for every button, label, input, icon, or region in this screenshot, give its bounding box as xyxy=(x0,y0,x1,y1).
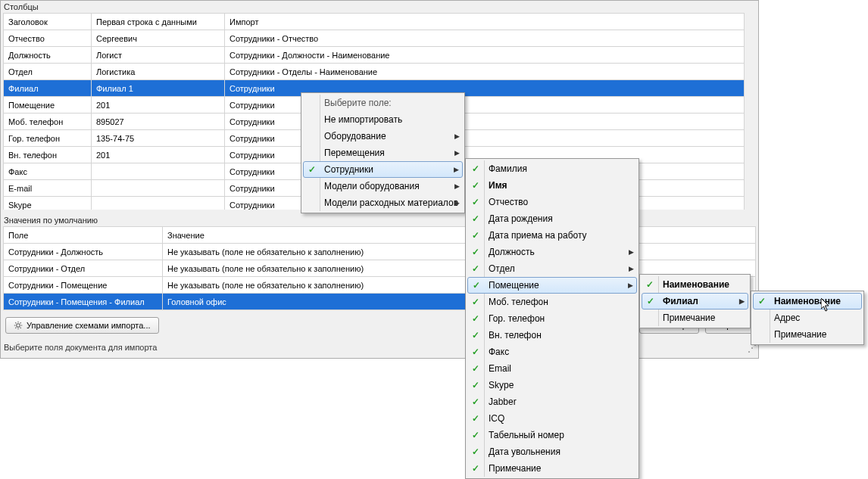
menu-item-label: Адрес xyxy=(774,313,800,323)
menu-item[interactable]: Примечание xyxy=(642,309,748,326)
menu-item-label: Факс xyxy=(489,347,509,357)
menu-item-label: Сотрудники xyxy=(324,164,373,175)
submenu-arrow-icon: ▶ xyxy=(629,248,634,256)
menu-item[interactable]: ✓Имя xyxy=(467,177,637,194)
menu-item-label: Примечание xyxy=(774,329,826,340)
menu-item-label: Фамилия xyxy=(489,163,527,174)
svg-line-5 xyxy=(15,322,16,323)
menu-item[interactable]: ✓Отдел▶ xyxy=(467,260,637,277)
table-cell[interactable]: Сотрудники - Отделы - Наименование xyxy=(225,64,745,80)
menu-item[interactable]: Адрес xyxy=(753,309,862,326)
menu-item-label: Модели оборудования xyxy=(324,181,420,191)
menu-item[interactable]: ✓Помещение▶ xyxy=(467,277,637,294)
menu-item[interactable]: Модели оборудования▶ xyxy=(303,178,463,194)
def-header-value[interactable]: Значение xyxy=(163,227,756,244)
menu-item[interactable]: ✓Вн. телефон xyxy=(467,327,637,344)
def-header-field[interactable]: Поле xyxy=(4,227,163,244)
table-cell[interactable]: Сотрудники - Помещения - Филиал xyxy=(4,294,163,310)
svg-point-0 xyxy=(17,323,20,327)
table-cell[interactable]: 135-74-75 xyxy=(92,130,225,147)
menu-item-label: Филиал xyxy=(663,296,698,306)
table-cell[interactable]: Сотрудники - Должности - Наименование xyxy=(225,47,745,64)
menu-item[interactable]: Оборудование▶ xyxy=(303,128,463,145)
table-cell[interactable]: Не указывать (поле не обязательно к запо… xyxy=(163,244,756,260)
menu-item-label: Отдел xyxy=(489,263,515,274)
svg-line-7 xyxy=(15,327,16,328)
table-cell[interactable]: Skype xyxy=(4,197,92,210)
gear-icon xyxy=(14,321,23,330)
table-cell[interactable]: Логистика xyxy=(92,64,225,80)
check-icon: ✓ xyxy=(308,164,316,175)
table-cell[interactable]: E-mail xyxy=(4,180,92,197)
columns-section-label: Столбцы xyxy=(1,1,758,13)
menu-item-label: Должность xyxy=(489,247,535,257)
submenu-arrow-icon: ▶ xyxy=(629,265,634,272)
table-cell[interactable]: Сотрудники - Помещение xyxy=(4,277,163,294)
table-cell[interactable]: Логист xyxy=(92,47,225,64)
table-cell[interactable]: 201 xyxy=(92,147,225,163)
menu-item[interactable]: ✓Сотрудники▶ xyxy=(303,161,463,178)
context-menu-level1[interactable]: Выберите поле:Не импортироватьОборудован… xyxy=(301,92,465,213)
menu-item-label: Вн. телефон xyxy=(489,330,542,341)
table-cell[interactable]: Сотрудники - Отдел xyxy=(4,260,163,277)
check-icon: ✓ xyxy=(646,279,654,290)
col-header-firstrow[interactable]: Первая строка с данными xyxy=(92,14,225,30)
context-menu-level3[interactable]: ✓Наименование✓Филиал▶Примечание xyxy=(639,274,751,328)
menu-item[interactable]: ✓Наименование xyxy=(753,293,862,309)
menu-item[interactable]: ✓Филиал▶ xyxy=(642,293,748,309)
manage-schemes-button[interactable]: Управление схемами импорта... xyxy=(5,317,159,334)
menu-item[interactable]: Модели расходных материалов▶ xyxy=(303,194,463,211)
check-icon: ✓ xyxy=(472,163,479,174)
table-cell[interactable] xyxy=(92,197,225,210)
menu-item-label: Дата рождения xyxy=(489,213,553,224)
table-cell[interactable]: Гор. телефон xyxy=(4,130,92,147)
menu-item[interactable]: Примечание xyxy=(753,326,862,343)
menu-item[interactable]: ✓Должность▶ xyxy=(467,244,637,260)
menu-item[interactable]: ✓Фамилия xyxy=(467,160,637,177)
submenu-arrow-icon: ▶ xyxy=(454,166,459,173)
manage-schemes-label: Управление схемами импорта... xyxy=(27,321,151,330)
table-cell[interactable] xyxy=(92,163,225,180)
table-cell[interactable]: 201 xyxy=(92,97,225,114)
table-row[interactable]: ДолжностьЛогистСотрудники - Должности - … xyxy=(4,47,745,64)
table-cell[interactable]: Моб. телефон xyxy=(4,114,92,130)
table-cell[interactable]: Сотрудники - Отчество xyxy=(225,30,745,47)
col-header-import[interactable]: Импорт xyxy=(225,14,745,30)
menu-item[interactable]: ✓Наименование xyxy=(642,276,748,293)
menu-item[interactable]: ✓Отчество xyxy=(467,194,637,210)
check-icon: ✓ xyxy=(472,330,479,341)
menu-item[interactable]: ✓Гор. телефон xyxy=(467,310,637,327)
table-cell[interactable]: Вн. телефон xyxy=(4,147,92,163)
table-cell[interactable]: Отдел xyxy=(4,64,92,80)
menu-item[interactable]: ✓Факс xyxy=(467,344,637,359)
table-row[interactable]: ОтделЛогистикаСотрудники - Отделы - Наим… xyxy=(4,64,745,80)
context-menu-level4[interactable]: ✓НаименованиеАдресПримечание xyxy=(751,291,864,345)
menu-item[interactable]: ✓Дата приема на работу xyxy=(467,227,637,244)
table-cell[interactable]: Отчество xyxy=(4,30,92,47)
submenu-arrow-icon: ▶ xyxy=(454,182,460,190)
context-menu-level2[interactable]: ✓Фамилия✓Имя✓Отчество✓Дата рождения✓Дата… xyxy=(465,158,639,359)
check-icon: ✓ xyxy=(758,296,766,306)
table-cell[interactable]: Должность xyxy=(4,47,92,64)
menu-item[interactable]: ✓Дата рождения xyxy=(467,210,637,227)
table-cell[interactable]: Филиал xyxy=(4,80,92,97)
menu-item-label: Дата приема на работу xyxy=(489,230,587,241)
menu-item-label: Наименование xyxy=(663,279,729,290)
table-cell[interactable]: 895027 xyxy=(92,114,225,130)
table-row[interactable]: Сотрудники - ДолжностьНе указывать (поле… xyxy=(4,244,756,260)
table-cell[interactable] xyxy=(92,180,225,197)
table-cell[interactable]: Сотрудники - Должность xyxy=(4,244,163,260)
table-cell[interactable]: Сергеевич xyxy=(92,30,225,47)
table-row[interactable]: ОтчествоСергеевичСотрудники - Отчество xyxy=(4,30,745,47)
table-cell[interactable]: Факс xyxy=(4,163,92,180)
check-icon: ✓ xyxy=(472,297,479,307)
check-icon: ✓ xyxy=(647,296,654,306)
check-icon: ✓ xyxy=(472,247,479,257)
menu-item-label: Имя xyxy=(489,180,507,191)
menu-item[interactable]: ✓Моб. телефон xyxy=(467,294,637,310)
menu-item[interactable]: Перемещения▶ xyxy=(303,145,463,161)
menu-item[interactable]: Не импортировать xyxy=(303,111,463,128)
table-cell[interactable]: Филиал 1 xyxy=(92,80,225,97)
col-header-title[interactable]: Заголовок xyxy=(4,14,92,30)
table-cell[interactable]: Помещение xyxy=(4,97,92,114)
